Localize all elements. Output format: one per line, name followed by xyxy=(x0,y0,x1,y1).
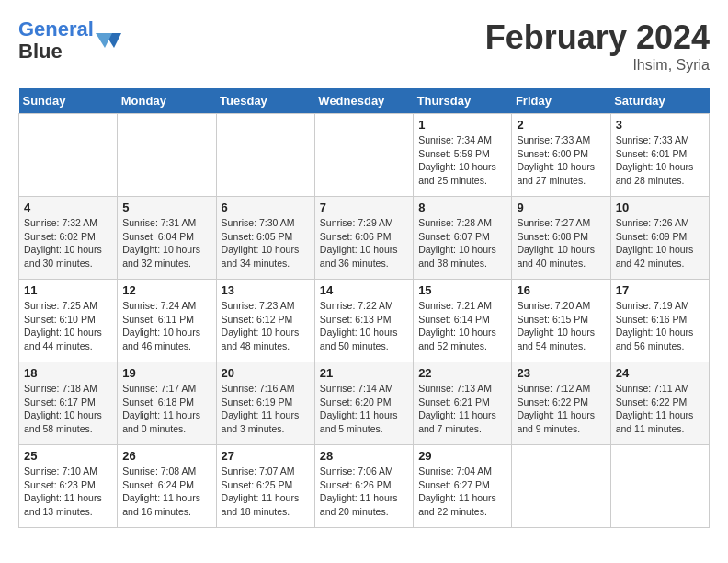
calendar-cell: 15Sunrise: 7:21 AMSunset: 6:14 PMDayligh… xyxy=(414,280,512,362)
day-number: 6 xyxy=(222,201,310,214)
day-number: 25 xyxy=(24,449,112,463)
logo-icon xyxy=(96,29,123,52)
weekday-header-cell: Monday xyxy=(118,88,216,114)
weekday-header-row: SundayMondayTuesdayWednesdayThursdayFrid… xyxy=(19,88,710,114)
day-number: 17 xyxy=(616,283,704,297)
day-info: Sunrise: 7:06 AMSunset: 6:26 PMDaylight:… xyxy=(320,465,408,519)
calendar-cell: 29Sunrise: 7:04 AMSunset: 6:27 PMDayligh… xyxy=(414,445,512,528)
day-number: 5 xyxy=(122,201,210,214)
day-info: Sunrise: 7:26 AMSunset: 6:09 PMDaylight:… xyxy=(616,216,704,270)
calendar-cell xyxy=(118,114,216,197)
calendar-cell: 27Sunrise: 7:07 AMSunset: 6:25 PMDayligh… xyxy=(216,445,314,528)
day-info: Sunrise: 7:04 AMSunset: 6:27 PMDaylight:… xyxy=(418,465,506,519)
weekday-header-cell: Saturday xyxy=(610,88,709,114)
weekday-header-cell: Sunday xyxy=(19,88,118,114)
calendar-cell: 21Sunrise: 7:14 AMSunset: 6:20 PMDayligh… xyxy=(314,362,413,445)
calendar-cell xyxy=(216,114,314,197)
day-info: Sunrise: 7:20 AMSunset: 6:15 PMDaylight:… xyxy=(517,299,605,353)
calendar-week-row: 11Sunrise: 7:25 AMSunset: 6:10 PMDayligh… xyxy=(19,280,710,362)
day-number: 3 xyxy=(616,118,704,132)
day-number: 23 xyxy=(517,366,605,380)
day-number: 27 xyxy=(222,449,310,463)
calendar-cell: 18Sunrise: 7:18 AMSunset: 6:17 PMDayligh… xyxy=(19,362,118,445)
title-block: February 2024 Ihsim, Syria xyxy=(485,18,710,74)
calendar-cell xyxy=(19,114,118,197)
logo: GeneralBlue xyxy=(18,18,123,63)
calendar-cell: 22Sunrise: 7:13 AMSunset: 6:21 PMDayligh… xyxy=(414,362,512,445)
day-number: 12 xyxy=(122,283,210,297)
calendar-cell: 17Sunrise: 7:19 AMSunset: 6:16 PMDayligh… xyxy=(610,280,709,362)
day-number: 14 xyxy=(320,283,408,297)
calendar-cell: 11Sunrise: 7:25 AMSunset: 6:10 PMDayligh… xyxy=(19,280,118,362)
calendar-week-row: 25Sunrise: 7:10 AMSunset: 6:23 PMDayligh… xyxy=(19,445,710,528)
day-number: 15 xyxy=(418,283,506,297)
day-info: Sunrise: 7:08 AMSunset: 6:24 PMDaylight:… xyxy=(122,465,210,519)
weekday-header-cell: Tuesday xyxy=(216,88,314,114)
calendar-cell: 9Sunrise: 7:27 AMSunset: 6:08 PMDaylight… xyxy=(512,197,610,280)
calendar-cell: 4Sunrise: 7:32 AMSunset: 6:02 PMDaylight… xyxy=(19,197,118,280)
calendar-cell: 5Sunrise: 7:31 AMSunset: 6:04 PMDaylight… xyxy=(118,197,216,280)
day-info: Sunrise: 7:22 AMSunset: 6:13 PMDaylight:… xyxy=(320,299,408,353)
calendar-cell: 25Sunrise: 7:10 AMSunset: 6:23 PMDayligh… xyxy=(19,445,118,528)
calendar-cell xyxy=(512,445,610,528)
calendar-cell: 20Sunrise: 7:16 AMSunset: 6:19 PMDayligh… xyxy=(216,362,314,445)
calendar-cell: 24Sunrise: 7:11 AMSunset: 6:22 PMDayligh… xyxy=(610,362,709,445)
day-info: Sunrise: 7:34 AMSunset: 5:59 PMDaylight:… xyxy=(418,133,506,188)
day-info: Sunrise: 7:14 AMSunset: 6:20 PMDaylight:… xyxy=(320,382,408,436)
calendar-cell: 28Sunrise: 7:06 AMSunset: 6:26 PMDayligh… xyxy=(314,445,413,528)
calendar-cell: 12Sunrise: 7:24 AMSunset: 6:11 PMDayligh… xyxy=(118,280,216,362)
day-info: Sunrise: 7:21 AMSunset: 6:14 PMDaylight:… xyxy=(418,299,506,353)
day-info: Sunrise: 7:19 AMSunset: 6:16 PMDaylight:… xyxy=(616,299,704,353)
day-info: Sunrise: 7:33 AMSunset: 6:00 PMDaylight:… xyxy=(517,133,605,188)
calendar-cell xyxy=(314,114,413,197)
day-info: Sunrise: 7:31 AMSunset: 6:04 PMDaylight:… xyxy=(122,216,210,270)
calendar-cell: 10Sunrise: 7:26 AMSunset: 6:09 PMDayligh… xyxy=(610,197,709,280)
day-info: Sunrise: 7:24 AMSunset: 6:11 PMDaylight:… xyxy=(122,299,210,353)
calendar-cell: 7Sunrise: 7:29 AMSunset: 6:06 PMDaylight… xyxy=(314,197,413,280)
calendar-cell: 6Sunrise: 7:30 AMSunset: 6:05 PMDaylight… xyxy=(216,197,314,280)
day-number: 18 xyxy=(24,366,112,380)
day-number: 26 xyxy=(122,449,210,463)
day-number: 8 xyxy=(418,201,506,214)
calendar-week-row: 18Sunrise: 7:18 AMSunset: 6:17 PMDayligh… xyxy=(19,362,710,445)
calendar-table: SundayMondayTuesdayWednesdayThursdayFrid… xyxy=(18,88,710,528)
day-info: Sunrise: 7:11 AMSunset: 6:22 PMDaylight:… xyxy=(616,382,704,436)
calendar-week-row: 1Sunrise: 7:34 AMSunset: 5:59 PMDaylight… xyxy=(19,114,710,197)
day-number: 21 xyxy=(320,366,408,380)
day-info: Sunrise: 7:07 AMSunset: 6:25 PMDaylight:… xyxy=(222,465,310,519)
weekday-header-cell: Thursday xyxy=(414,88,512,114)
day-info: Sunrise: 7:23 AMSunset: 6:12 PMDaylight:… xyxy=(222,299,310,353)
day-info: Sunrise: 7:12 AMSunset: 6:22 PMDaylight:… xyxy=(517,382,605,436)
calendar-body: 1Sunrise: 7:34 AMSunset: 5:59 PMDaylight… xyxy=(19,114,710,528)
day-info: Sunrise: 7:30 AMSunset: 6:05 PMDaylight:… xyxy=(222,216,310,270)
day-number: 16 xyxy=(517,283,605,297)
calendar-cell xyxy=(610,445,709,528)
day-number: 10 xyxy=(616,201,704,214)
calendar-cell: 13Sunrise: 7:23 AMSunset: 6:12 PMDayligh… xyxy=(216,280,314,362)
weekday-header-cell: Wednesday xyxy=(314,88,413,114)
day-number: 4 xyxy=(24,201,112,214)
day-info: Sunrise: 7:29 AMSunset: 6:06 PMDaylight:… xyxy=(320,216,408,270)
calendar-cell: 16Sunrise: 7:20 AMSunset: 6:15 PMDayligh… xyxy=(512,280,610,362)
calendar-cell: 3Sunrise: 7:33 AMSunset: 6:01 PMDaylight… xyxy=(610,114,709,197)
day-number: 20 xyxy=(222,366,310,380)
day-number: 2 xyxy=(517,118,605,132)
day-info: Sunrise: 7:18 AMSunset: 6:17 PMDaylight:… xyxy=(24,382,112,436)
day-info: Sunrise: 7:33 AMSunset: 6:01 PMDaylight:… xyxy=(616,133,704,188)
location: Ihsim, Syria xyxy=(485,57,710,74)
day-info: Sunrise: 7:17 AMSunset: 6:18 PMDaylight:… xyxy=(122,382,210,436)
day-number: 29 xyxy=(418,449,506,463)
day-info: Sunrise: 7:16 AMSunset: 6:19 PMDaylight:… xyxy=(222,382,310,436)
page-header: GeneralBlue February 2024 Ihsim, Syria xyxy=(18,18,710,74)
day-number: 13 xyxy=(222,283,310,297)
day-info: Sunrise: 7:25 AMSunset: 6:10 PMDaylight:… xyxy=(24,299,112,353)
day-number: 24 xyxy=(616,366,704,380)
day-number: 28 xyxy=(320,449,408,463)
day-info: Sunrise: 7:13 AMSunset: 6:21 PMDaylight:… xyxy=(418,382,506,436)
day-number: 19 xyxy=(122,366,210,380)
day-number: 1 xyxy=(418,118,506,132)
day-number: 11 xyxy=(24,283,112,297)
calendar-cell: 2Sunrise: 7:33 AMSunset: 6:00 PMDaylight… xyxy=(512,114,610,197)
logo-text: GeneralBlue xyxy=(18,18,94,63)
calendar-cell: 26Sunrise: 7:08 AMSunset: 6:24 PMDayligh… xyxy=(118,445,216,528)
